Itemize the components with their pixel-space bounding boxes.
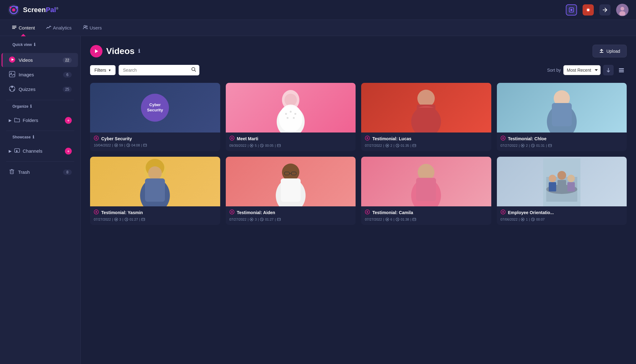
nav-right: [566, 4, 629, 16]
video-meta: 07/06/2022 | 1 | 00:07: [501, 218, 623, 221]
title-play-icon: [90, 45, 102, 57]
video-title: Testimonial: Aiden: [237, 210, 275, 215]
video-meta: 07/27/2022 | 6 | 01:38 |: [365, 218, 488, 221]
svg-rect-14: [12, 28, 15, 29]
channels-expand-icon[interactable]: ▶: [9, 149, 11, 153]
content-title: Videos ℹ: [90, 45, 140, 57]
svg-point-22: [11, 86, 13, 88]
video-card[interactable]: Testimonial: Camila 07/27/2022 | 6 | 01:…: [361, 157, 491, 225]
video-link-icon: [94, 136, 99, 142]
nav-item-users[interactable]: Users: [79, 22, 106, 33]
video-meta: 07/27/2022 | 2 | 01:35 |: [365, 144, 488, 147]
sidebar-videos-label: Videos: [19, 57, 33, 63]
search-icon[interactable]: [191, 67, 196, 73]
svg-point-93: [557, 171, 566, 180]
video-card[interactable]: Testimonial: Yasmin 07/27/2022 | 3 | 01:…: [90, 157, 220, 225]
video-icon: [9, 56, 16, 64]
sidebar-item-trash[interactable]: Trash 8: [2, 165, 78, 179]
svg-rect-68: [145, 178, 165, 202]
filters-button[interactable]: Filters ▼: [90, 65, 116, 75]
video-title: Employee Orientatio...: [508, 210, 554, 215]
sort-label: Sort by: [547, 68, 561, 73]
video-title: Testimonial: Chloe: [508, 136, 547, 141]
folder-icon: [14, 117, 20, 124]
video-card[interactable]: Testimonial: Lucas 07/27/2022 | 2 | 01:3…: [361, 83, 491, 151]
content-icon: [12, 25, 17, 31]
folders-expand-icon[interactable]: ▶: [9, 118, 11, 123]
images-icon: [9, 71, 16, 79]
add-channel-button[interactable]: +: [65, 148, 72, 155]
videos-info-icon: ℹ: [138, 48, 140, 54]
share-button[interactable]: [599, 4, 611, 16]
svg-point-40: [285, 113, 287, 115]
list-view-button[interactable]: [616, 65, 627, 75]
sidebar-item-videos[interactable]: Videos 22: [2, 53, 78, 67]
secondary-nav: Content Analytics Users: [0, 20, 636, 36]
video-card[interactable]: CyberSecurity Cyber Security 10/04/2022 …: [90, 83, 220, 151]
svg-point-42: [294, 113, 296, 115]
video-thumbnail: [226, 83, 356, 133]
nav-item-content[interactable]: Content: [7, 22, 39, 33]
search-container: [119, 65, 199, 75]
sidebar-quizzes-label: Quizzes: [19, 87, 35, 92]
svg-point-94: [567, 175, 575, 182]
video-card[interactable]: Testimonial: Chloe 07/27/2022 | 2 | 01:3…: [497, 83, 627, 151]
svg-rect-51: [417, 105, 435, 126]
sidebar-folders-label: Folders: [23, 118, 38, 123]
svg-rect-12: [12, 26, 16, 26]
video-info: Testimonial: Chloe 07/27/2022 | 2 | 01:3…: [497, 133, 627, 151]
sidebar-channels-label: Channels: [23, 148, 42, 154]
video-link-icon: [501, 209, 506, 216]
svg-rect-84: [416, 178, 436, 201]
video-link-icon: [365, 136, 370, 142]
content-header: Videos ℹ Upload: [90, 45, 627, 57]
sort-direction-button[interactable]: [603, 65, 614, 75]
video-info: Testimonial: Aiden 07/27/2022 | 3 | 01:2…: [226, 206, 356, 225]
sidebar-item-channels[interactable]: ▶ Channels +: [2, 144, 78, 158]
nav-item-analytics[interactable]: Analytics: [42, 22, 76, 33]
record-button[interactable]: [583, 4, 594, 16]
video-link-icon: [229, 136, 234, 142]
sidebar-item-images[interactable]: Images 6: [2, 68, 78, 82]
sidebar: Quick view ℹ Videos 22: [0, 36, 81, 364]
svg-rect-62: [548, 144, 552, 147]
video-card[interactable]: Testimonial: Aiden 07/27/2022 | 3 | 01:2…: [226, 157, 356, 225]
search-input[interactable]: [119, 65, 199, 75]
screen-capture-button[interactable]: [566, 4, 577, 16]
content-area: Videos ℹ Upload Filters ▼: [81, 36, 636, 364]
video-title: Cyber Security: [101, 136, 132, 141]
video-thumbnail: [90, 157, 220, 206]
video-title: Meet Marti: [237, 136, 258, 141]
svg-point-49: [417, 90, 435, 107]
svg-rect-96: [557, 180, 566, 191]
svg-marker-27: [95, 49, 98, 53]
logo-text: ScreenPal®: [23, 6, 58, 14]
users-icon: [83, 25, 88, 31]
video-info: Testimonial: Lucas 07/27/2022 | 2 | 01:3…: [361, 133, 491, 151]
sort-select[interactable]: Most Recent Oldest A-Z Z-A Most Viewed: [563, 65, 601, 75]
video-card[interactable]: Employee Orientatio... 07/06/2022 | 1 | …: [497, 157, 627, 225]
video-card[interactable]: Meet Marti 09/30/2022 | 5 | 00:05 |: [226, 83, 356, 151]
video-title: Testimonial: Camila: [372, 210, 413, 215]
svg-rect-48: [277, 144, 280, 147]
nav-content-label: Content: [19, 25, 35, 30]
upload-button[interactable]: Upload: [593, 45, 627, 57]
showcase-label: Showcase ℹ: [6, 135, 74, 142]
video-thumbnail: [361, 157, 491, 206]
video-meta: 07/27/2022 | 3 | 01:27 |: [94, 218, 216, 221]
svg-point-10: [620, 7, 624, 11]
svg-rect-13: [12, 27, 16, 28]
video-link-icon: [94, 209, 99, 216]
svg-point-2: [12, 8, 15, 11]
trash-icon: [9, 169, 15, 176]
avatar[interactable]: [616, 4, 629, 16]
video-thumbnail: CyberSecurity: [90, 83, 220, 133]
cyber-thumb-text: CyberSecurity: [147, 102, 163, 113]
trash-count: 8: [63, 169, 72, 175]
svg-point-23: [10, 89, 11, 91]
nav-analytics-label: Analytics: [53, 25, 72, 30]
sidebar-item-quizzes[interactable]: Quizzes 25: [2, 82, 78, 96]
add-folder-button[interactable]: +: [65, 117, 72, 124]
sidebar-item-folders[interactable]: ▶ Folders +: [2, 114, 78, 127]
svg-rect-19: [9, 71, 15, 77]
